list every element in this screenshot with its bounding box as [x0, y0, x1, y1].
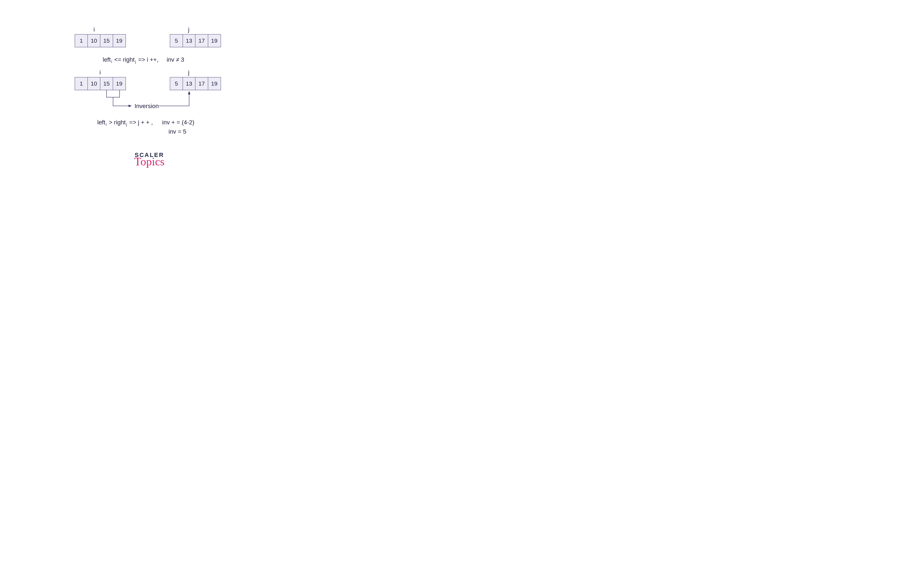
- array-cell: 19: [113, 77, 126, 90]
- array-cell: 5: [170, 34, 183, 47]
- pointer-j-label: j: [188, 26, 190, 33]
- array-cell: 19: [113, 34, 126, 47]
- pointer-i-label: i: [94, 26, 95, 33]
- logo-topics-text: Topics: [134, 156, 164, 167]
- pointer-i-label-2: i: [99, 69, 101, 76]
- array-cell: 10: [87, 34, 101, 47]
- formula-line-1: lefti <= rightj => i ++, inv ≠ 3: [103, 56, 184, 64]
- array-cell: 15: [100, 34, 113, 47]
- diagram-canvas: i j 1 10 15 19 5 13 17 19 lefti <= right…: [0, 0, 370, 234]
- array-cell: 17: [195, 77, 208, 90]
- formula-line-2a: lefti > rightj => j + + , inv + = (4-2): [97, 119, 194, 127]
- array-cell: 13: [183, 34, 196, 47]
- array-cell: 1: [75, 77, 88, 90]
- left-array-1: 1 10 15 19: [75, 34, 126, 47]
- right-array-1: 5 13 17 19: [170, 34, 221, 47]
- array-cell: 19: [208, 34, 221, 47]
- array-cell: 1: [75, 34, 88, 47]
- formula-line-2b: inv = 5: [168, 128, 186, 135]
- array-cell: 5: [170, 77, 183, 90]
- scaler-topics-logo: SCALER Topics: [134, 151, 164, 167]
- array-cell: 19: [208, 77, 221, 90]
- pointer-j-label-2: j: [188, 69, 190, 76]
- array-cell: 10: [87, 77, 101, 90]
- right-array-2: 5 13 17 19: [170, 77, 221, 90]
- array-cell: 13: [183, 77, 196, 90]
- array-cell: 15: [100, 77, 113, 90]
- array-cell: 17: [195, 34, 208, 47]
- left-array-2: 1 10 15 19: [75, 77, 126, 90]
- inversion-label: Inversion: [135, 103, 159, 110]
